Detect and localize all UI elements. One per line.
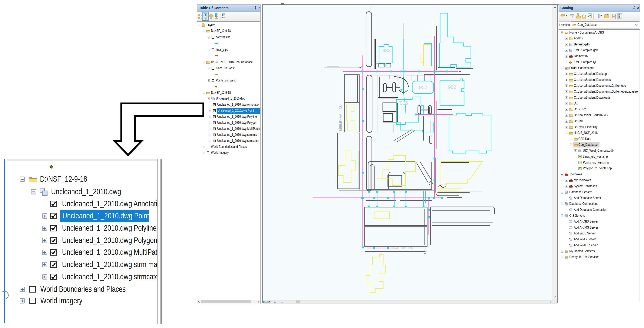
svg-text:SEELEY AV — NU: SEELEY AV — NU (339, 104, 342, 131)
svg-text:933: 933 (382, 48, 390, 53)
svg-text:902: 902 (448, 84, 456, 90)
svg-text:916: 916 (400, 100, 408, 106)
svg-text:957: 957 (419, 84, 427, 90)
svg-text:LACHBOURNE: LACHBOURNE (393, 246, 416, 250)
